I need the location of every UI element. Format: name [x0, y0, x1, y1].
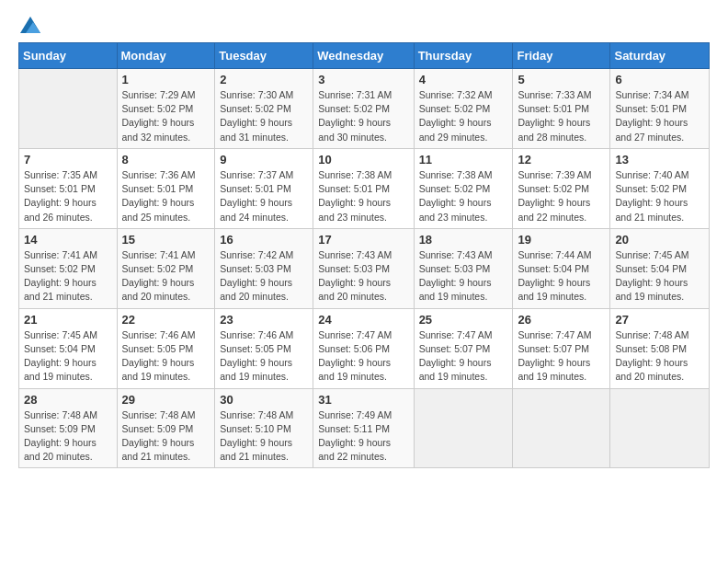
calendar-cell: 23Sunrise: 7:46 AM Sunset: 5:05 PM Dayli…	[215, 308, 313, 388]
day-number: 20	[615, 233, 704, 247]
calendar-cell: 13Sunrise: 7:40 AM Sunset: 5:02 PM Dayli…	[610, 148, 710, 228]
day-info: Sunrise: 7:48 AM Sunset: 5:09 PM Dayligh…	[122, 408, 210, 465]
day-info: Sunrise: 7:34 AM Sunset: 5:01 PM Dayligh…	[615, 88, 704, 144]
weekday-header-sunday: Sunday	[19, 43, 118, 69]
day-info: Sunrise: 7:41 AM Sunset: 5:02 PM Dayligh…	[24, 248, 112, 304]
day-info: Sunrise: 7:48 AM Sunset: 5:10 PM Dayligh…	[220, 408, 308, 465]
day-info: Sunrise: 7:46 AM Sunset: 5:05 PM Dayligh…	[220, 328, 308, 385]
calendar-cell	[19, 69, 118, 149]
calendar-cell: 4Sunrise: 7:32 AM Sunset: 5:02 PM Daylig…	[414, 69, 513, 149]
day-number: 16	[220, 233, 308, 247]
day-number: 29	[122, 393, 210, 407]
calendar-cell: 30Sunrise: 7:48 AM Sunset: 5:10 PM Dayli…	[215, 388, 313, 468]
day-number: 23	[220, 313, 308, 327]
calendar-cell: 26Sunrise: 7:47 AM Sunset: 5:07 PM Dayli…	[513, 308, 610, 388]
day-info: Sunrise: 7:43 AM Sunset: 5:03 PM Dayligh…	[419, 248, 508, 304]
calendar-cell: 18Sunrise: 7:43 AM Sunset: 5:03 PM Dayli…	[414, 228, 513, 308]
weekday-header-wednesday: Wednesday	[313, 43, 414, 69]
day-number: 22	[122, 313, 210, 327]
calendar-cell: 8Sunrise: 7:36 AM Sunset: 5:01 PM Daylig…	[117, 148, 215, 228]
day-info: Sunrise: 7:47 AM Sunset: 5:07 PM Dayligh…	[518, 328, 605, 385]
day-info: Sunrise: 7:48 AM Sunset: 5:09 PM Dayligh…	[24, 408, 112, 465]
calendar-cell: 16Sunrise: 7:42 AM Sunset: 5:03 PM Dayli…	[215, 228, 313, 308]
day-number: 2	[220, 73, 308, 86]
weekday-header-tuesday: Tuesday	[215, 43, 313, 69]
calendar-header-row: SundayMondayTuesdayWednesdayThursdayFrid…	[19, 43, 710, 69]
weekday-header-friday: Friday	[513, 43, 610, 69]
header	[18, 17, 710, 33]
day-number: 26	[518, 313, 605, 327]
weekday-header-monday: Monday	[117, 43, 215, 69]
calendar-cell: 6Sunrise: 7:34 AM Sunset: 5:01 PM Daylig…	[610, 69, 710, 149]
logo	[18, 17, 40, 33]
day-number: 14	[24, 233, 112, 247]
calendar-cell: 11Sunrise: 7:38 AM Sunset: 5:02 PM Dayli…	[414, 148, 513, 228]
day-number: 11	[419, 153, 508, 167]
day-number: 21	[24, 313, 112, 327]
day-info: Sunrise: 7:31 AM Sunset: 5:02 PM Dayligh…	[318, 88, 408, 144]
calendar-cell: 29Sunrise: 7:48 AM Sunset: 5:09 PM Dayli…	[117, 388, 215, 468]
calendar-cell: 2Sunrise: 7:30 AM Sunset: 5:02 PM Daylig…	[215, 69, 313, 149]
day-number: 8	[122, 153, 210, 167]
calendar-cell: 10Sunrise: 7:38 AM Sunset: 5:01 PM Dayli…	[313, 148, 414, 228]
day-number: 7	[24, 153, 112, 167]
day-number: 17	[318, 233, 408, 247]
logo-icon	[20, 17, 40, 33]
day-info: Sunrise: 7:44 AM Sunset: 5:04 PM Dayligh…	[518, 248, 605, 304]
calendar-table: SundayMondayTuesdayWednesdayThursdayFrid…	[18, 42, 710, 468]
calendar-cell: 24Sunrise: 7:47 AM Sunset: 5:06 PM Dayli…	[313, 308, 414, 388]
calendar-week-4: 21Sunrise: 7:45 AM Sunset: 5:04 PM Dayli…	[19, 308, 710, 388]
day-number: 27	[615, 313, 704, 327]
calendar-week-1: 1Sunrise: 7:29 AM Sunset: 5:02 PM Daylig…	[19, 69, 710, 149]
calendar-cell: 15Sunrise: 7:41 AM Sunset: 5:02 PM Dayli…	[117, 228, 215, 308]
day-number: 9	[220, 153, 308, 167]
day-info: Sunrise: 7:32 AM Sunset: 5:02 PM Dayligh…	[419, 88, 508, 144]
day-info: Sunrise: 7:38 AM Sunset: 5:01 PM Dayligh…	[318, 168, 408, 224]
day-info: Sunrise: 7:45 AM Sunset: 5:04 PM Dayligh…	[24, 328, 112, 385]
day-info: Sunrise: 7:45 AM Sunset: 5:04 PM Dayligh…	[615, 248, 704, 304]
day-info: Sunrise: 7:29 AM Sunset: 5:02 PM Dayligh…	[122, 88, 210, 144]
day-info: Sunrise: 7:40 AM Sunset: 5:02 PM Dayligh…	[615, 168, 704, 224]
day-number: 30	[220, 393, 308, 407]
day-info: Sunrise: 7:47 AM Sunset: 5:07 PM Dayligh…	[419, 328, 508, 385]
calendar-cell	[414, 388, 513, 468]
day-info: Sunrise: 7:47 AM Sunset: 5:06 PM Dayligh…	[318, 328, 408, 385]
day-info: Sunrise: 7:36 AM Sunset: 5:01 PM Dayligh…	[122, 168, 210, 224]
day-number: 4	[419, 73, 508, 86]
calendar-week-3: 14Sunrise: 7:41 AM Sunset: 5:02 PM Dayli…	[19, 228, 710, 308]
calendar-cell: 21Sunrise: 7:45 AM Sunset: 5:04 PM Dayli…	[19, 308, 118, 388]
day-number: 18	[419, 233, 508, 247]
calendar-cell	[513, 388, 610, 468]
day-info: Sunrise: 7:41 AM Sunset: 5:02 PM Dayligh…	[122, 248, 210, 304]
day-info: Sunrise: 7:49 AM Sunset: 5:11 PM Dayligh…	[318, 408, 408, 465]
calendar-cell	[610, 388, 710, 468]
day-number: 25	[419, 313, 508, 327]
calendar-cell: 27Sunrise: 7:48 AM Sunset: 5:08 PM Dayli…	[610, 308, 710, 388]
weekday-header-saturday: Saturday	[610, 43, 710, 69]
calendar-cell: 3Sunrise: 7:31 AM Sunset: 5:02 PM Daylig…	[313, 69, 414, 149]
calendar-cell: 7Sunrise: 7:35 AM Sunset: 5:01 PM Daylig…	[19, 148, 118, 228]
day-number: 15	[122, 233, 210, 247]
day-number: 13	[615, 153, 704, 167]
page: SundayMondayTuesdayWednesdayThursdayFrid…	[0, 0, 728, 563]
day-number: 6	[615, 73, 704, 86]
day-number: 28	[24, 393, 112, 407]
calendar-cell: 14Sunrise: 7:41 AM Sunset: 5:02 PM Dayli…	[19, 228, 118, 308]
calendar-cell: 28Sunrise: 7:48 AM Sunset: 5:09 PM Dayli…	[19, 388, 118, 468]
day-info: Sunrise: 7:43 AM Sunset: 5:03 PM Dayligh…	[318, 248, 408, 304]
calendar-week-2: 7Sunrise: 7:35 AM Sunset: 5:01 PM Daylig…	[19, 148, 710, 228]
day-info: Sunrise: 7:38 AM Sunset: 5:02 PM Dayligh…	[419, 168, 508, 224]
calendar-cell: 5Sunrise: 7:33 AM Sunset: 5:01 PM Daylig…	[513, 69, 610, 149]
calendar-cell: 17Sunrise: 7:43 AM Sunset: 5:03 PM Dayli…	[313, 228, 414, 308]
day-number: 12	[518, 153, 605, 167]
day-info: Sunrise: 7:30 AM Sunset: 5:02 PM Dayligh…	[220, 88, 308, 144]
day-number: 24	[318, 313, 408, 327]
calendar-cell: 25Sunrise: 7:47 AM Sunset: 5:07 PM Dayli…	[414, 308, 513, 388]
day-info: Sunrise: 7:33 AM Sunset: 5:01 PM Dayligh…	[518, 88, 605, 144]
day-info: Sunrise: 7:42 AM Sunset: 5:03 PM Dayligh…	[220, 248, 308, 304]
day-number: 3	[318, 73, 408, 86]
calendar-cell: 31Sunrise: 7:49 AM Sunset: 5:11 PM Dayli…	[313, 388, 414, 468]
day-number: 1	[122, 73, 210, 86]
calendar-cell: 20Sunrise: 7:45 AM Sunset: 5:04 PM Dayli…	[610, 228, 710, 308]
day-info: Sunrise: 7:39 AM Sunset: 5:02 PM Dayligh…	[518, 168, 605, 224]
